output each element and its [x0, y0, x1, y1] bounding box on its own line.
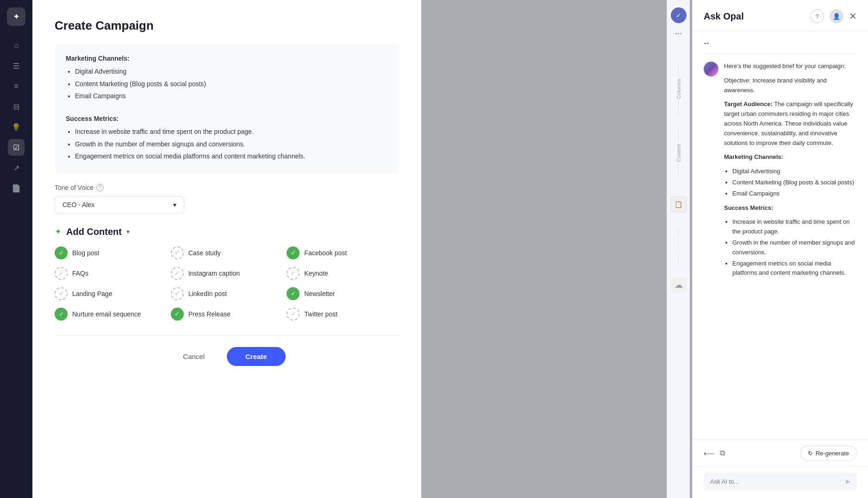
user-avatar-icon: 👤	[830, 9, 843, 23]
metric-item-3: Engagement metrics on social media platf…	[75, 151, 388, 161]
dialog-overlay: Create Campaign Marketing Channels: Digi…	[32, 0, 868, 498]
close-button[interactable]: ✕	[849, 11, 857, 22]
check-icon-press-release: ✓	[171, 308, 184, 321]
content-item-press-release[interactable]: ✓ Press Release	[171, 308, 283, 321]
opal-divider	[704, 54, 857, 54]
opal-content: -- Here's the suggested brief for your c…	[693, 31, 868, 440]
sparkle-icon: ✦	[55, 227, 62, 237]
ask-opal-panel: Ask Opal ? 👤 ✕ -- Here's the suggested b…	[692, 0, 868, 498]
check-icon-blog-post: ✓	[55, 246, 68, 259]
check-icon-nurture-email: ✓	[55, 308, 68, 321]
check-icon-keynote: ✓	[287, 267, 300, 280]
marketing-channels-list: Digital Advertising Content Marketing (B…	[66, 66, 388, 101]
opal-message: Here's the suggested brief for your camp…	[704, 62, 857, 283]
send-icon[interactable]: ➤	[844, 477, 850, 486]
opal-title: Ask Opal	[704, 11, 744, 22]
check-icon-case-study: ✓	[171, 246, 184, 259]
add-content-chevron-icon: ▾	[126, 228, 130, 235]
tone-help-icon[interactable]: ?	[96, 184, 104, 191]
right-panel-icons: ✓ ··· Columns Content 📋	[667, 0, 690, 498]
sidebar-item-selected[interactable]: ☑	[8, 139, 25, 156]
main-area: ☰ ☑ ⊟ ⟨⟩ Create Campaign Marketing Chann…	[32, 0, 868, 498]
opal-action-icons: ⟵ ⧉	[704, 449, 725, 458]
sidebar-item-idea[interactable]: 💡	[8, 119, 25, 135]
check-icon-twitter-post: ✓	[287, 308, 300, 321]
opal-dots: --	[704, 38, 857, 48]
check-icon-faqs: ✓	[55, 267, 68, 280]
sidebar: ✦ ⌂ ☰ ≡ ⊟ 💡 ☑ ↗ 📄	[0, 0, 32, 498]
sidebar-item-tasks[interactable]: ≡	[8, 78, 25, 95]
tone-label: Tone of Voice ?	[55, 184, 399, 191]
regenerate-button[interactable]: ↻ Re-generate	[800, 446, 857, 461]
check-icon-instagram-caption: ✓	[171, 267, 184, 280]
chevron-down-icon: ▾	[173, 201, 176, 208]
opal-channels-list: Digital Advertising Content Marketing (B…	[724, 167, 857, 198]
brief-section: Marketing Channels: Digital Advertising …	[55, 44, 399, 173]
add-content-section: ✦ Add Content ▾ ✓ Blog post ✓ Case study	[55, 227, 399, 321]
opal-message-text: Here's the suggested brief for your camp…	[724, 62, 857, 283]
opal-header: Ask Opal ? 👤 ✕	[693, 0, 868, 31]
sidebar-item-library[interactable]: ⊟	[8, 98, 25, 115]
sidebar-item-list[interactable]: ☰	[8, 57, 25, 74]
doc-icon-btn[interactable]: 📋	[671, 196, 687, 212]
create-campaign-dialog: Create Campaign Marketing Channels: Digi…	[32, 0, 421, 498]
success-metrics-label: Success Metrics:	[66, 113, 388, 124]
opal-ask-input[interactable]	[710, 478, 844, 485]
content-item-blog-post[interactable]: ✓ Blog post	[55, 246, 167, 259]
metric-item-1: Increase in website traffic and time spe…	[75, 126, 388, 137]
content-grid: ✓ Blog post ✓ Case study ✓ Facebook post	[55, 246, 399, 321]
metric-item-2: Growth in the number of member signups a…	[75, 139, 388, 149]
more-options-icon[interactable]: ···	[672, 27, 686, 41]
columns-label: Columns	[676, 79, 681, 99]
tone-dropdown[interactable]: CEO - Alex ▾	[55, 196, 184, 214]
back-icon[interactable]: ⟵	[704, 449, 714, 458]
add-content-header[interactable]: ✦ Add Content ▾	[55, 227, 399, 237]
check-icon-linkedin-post: ✓	[171, 287, 184, 300]
channel-item-1: Digital Advertising	[75, 66, 388, 76]
check-icon-landing-page: ✓	[55, 287, 68, 300]
sidebar-item-home[interactable]: ⌂	[8, 37, 25, 54]
sidebar-item-chart[interactable]: ↗	[8, 159, 25, 176]
opal-input-area: ➤	[693, 466, 868, 498]
success-metrics-list: Increase in website traffic and time spe…	[66, 126, 388, 161]
dialog-title: Create Campaign	[55, 19, 399, 33]
opal-input-container: ➤	[704, 473, 857, 491]
person-cloud-icon[interactable]: ☁	[671, 277, 687, 293]
marketing-channels-label: Marketing Channels:	[66, 53, 388, 63]
check-icon-newsletter: ✓	[287, 287, 300, 300]
sidebar-item-doc[interactable]: 📄	[8, 180, 25, 196]
content-item-landing-page[interactable]: ✓ Landing Page	[55, 287, 167, 300]
content-item-keynote[interactable]: ✓ Keynote	[287, 267, 399, 280]
check-icon-facebook-post: ✓	[287, 246, 300, 259]
content-item-instagram-caption[interactable]: ✓ Instagram caption	[171, 267, 283, 280]
create-button[interactable]: Create	[227, 347, 286, 366]
opal-avatar-icon	[704, 62, 718, 76]
refresh-icon: ↻	[808, 450, 813, 457]
copy-icon[interactable]: ⧉	[720, 449, 725, 458]
content-item-nurture-email[interactable]: ✓ Nurture email sequence	[55, 308, 167, 321]
content-item-faqs[interactable]: ✓ FAQs	[55, 267, 167, 280]
check-icon-btn[interactable]: ✓	[671, 7, 687, 23]
content-label: Content	[676, 144, 681, 162]
help-button[interactable]: ?	[810, 9, 824, 23]
app-logo[interactable]: ✦	[7, 7, 25, 26]
channel-item-2: Content Marketing (Blog posts & social p…	[75, 79, 388, 89]
tone-of-voice-section: Tone of Voice ? CEO - Alex ▾	[55, 184, 399, 214]
opal-metrics-list: Increase in website traffic and time spe…	[724, 217, 857, 278]
content-item-facebook-post[interactable]: ✓ Facebook post	[287, 246, 399, 259]
cancel-button[interactable]: Cancel	[168, 347, 219, 366]
content-item-newsletter[interactable]: ✓ Newsletter	[287, 287, 399, 300]
channel-item-3: Email Campaigns	[75, 91, 388, 101]
dialog-footer: Cancel Create	[55, 335, 399, 366]
content-item-linkedin-post[interactable]: ✓ LinkedIn post	[171, 287, 283, 300]
add-content-label: Add Content	[66, 227, 122, 237]
content-item-case-study[interactable]: ✓ Case study	[171, 246, 283, 259]
content-item-twitter-post[interactable]: ✓ Twitter post	[287, 308, 399, 321]
opal-actions: ⟵ ⧉ ↻ Re-generate	[693, 440, 868, 466]
